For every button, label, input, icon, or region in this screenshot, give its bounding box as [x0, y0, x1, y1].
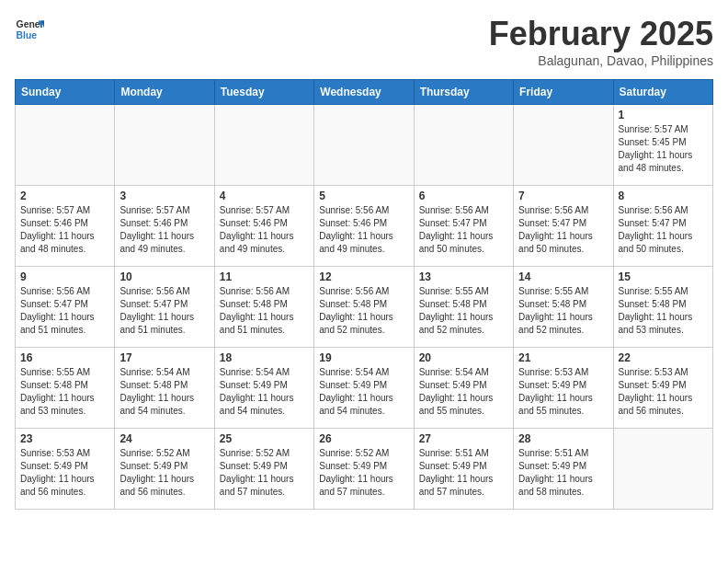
weekday-header-cell: Sunday [16, 80, 115, 105]
calendar-day-cell: 8Sunrise: 5:56 AM Sunset: 5:47 PM Daylig… [613, 186, 712, 267]
calendar-day-cell [613, 429, 712, 510]
day-info: Sunrise: 5:56 AM Sunset: 5:47 PM Dayligh… [20, 285, 109, 337]
day-number: 25 [220, 432, 309, 445]
calendar-day-cell [414, 105, 513, 186]
day-number: 26 [319, 432, 408, 445]
day-info: Sunrise: 5:55 AM Sunset: 5:48 PM Dayligh… [20, 366, 109, 418]
calendar-day-cell: 28Sunrise: 5:51 AM Sunset: 5:49 PM Dayli… [514, 429, 613, 510]
calendar-day-cell: 4Sunrise: 5:57 AM Sunset: 5:46 PM Daylig… [214, 186, 313, 267]
day-info: Sunrise: 5:52 AM Sunset: 5:49 PM Dayligh… [319, 447, 408, 499]
day-number: 19 [319, 351, 408, 364]
calendar-day-cell: 14Sunrise: 5:55 AM Sunset: 5:48 PM Dayli… [514, 267, 613, 348]
calendar-day-cell: 11Sunrise: 5:56 AM Sunset: 5:48 PM Dayli… [214, 267, 313, 348]
day-info: Sunrise: 5:54 AM Sunset: 5:48 PM Dayligh… [119, 366, 209, 418]
day-info: Sunrise: 5:55 AM Sunset: 5:48 PM Dayligh… [619, 285, 708, 337]
day-number: 20 [419, 351, 508, 364]
day-info: Sunrise: 5:51 AM Sunset: 5:49 PM Dayligh… [518, 447, 608, 499]
day-info: Sunrise: 5:54 AM Sunset: 5:49 PM Dayligh… [319, 366, 408, 418]
calendar-day-cell: 16Sunrise: 5:55 AM Sunset: 5:48 PM Dayli… [16, 348, 115, 429]
weekday-header-cell: Tuesday [214, 80, 313, 105]
day-info: Sunrise: 5:54 AM Sunset: 5:49 PM Dayligh… [220, 366, 309, 418]
day-number: 3 [119, 190, 209, 202]
calendar-day-cell: 3Sunrise: 5:57 AM Sunset: 5:46 PM Daylig… [115, 186, 214, 267]
day-info: Sunrise: 5:56 AM Sunset: 5:47 PM Dayligh… [619, 204, 708, 256]
day-info: Sunrise: 5:52 AM Sunset: 5:49 PM Dayligh… [119, 447, 209, 499]
day-number: 14 [518, 270, 608, 283]
day-info: Sunrise: 5:55 AM Sunset: 5:48 PM Dayligh… [518, 285, 608, 337]
day-number: 28 [518, 432, 608, 445]
day-number: 27 [419, 432, 508, 445]
day-info: Sunrise: 5:57 AM Sunset: 5:46 PM Dayligh… [20, 204, 109, 256]
day-info: Sunrise: 5:52 AM Sunset: 5:49 PM Dayligh… [220, 447, 309, 499]
day-info: Sunrise: 5:53 AM Sunset: 5:49 PM Dayligh… [518, 366, 608, 418]
logo-icon: General Blue [15, 15, 44, 44]
calendar-day-cell: 25Sunrise: 5:52 AM Sunset: 5:49 PM Dayli… [214, 429, 313, 510]
calendar-day-cell: 6Sunrise: 5:56 AM Sunset: 5:47 PM Daylig… [414, 186, 513, 267]
calendar-week-row: 23Sunrise: 5:53 AM Sunset: 5:49 PM Dayli… [16, 429, 713, 510]
weekday-header-cell: Saturday [613, 80, 712, 105]
weekday-header-row: SundayMondayTuesdayWednesdayThursdayFrid… [16, 80, 713, 105]
day-number: 21 [518, 351, 608, 364]
weekday-header-cell: Monday [115, 80, 214, 105]
calendar-day-cell: 20Sunrise: 5:54 AM Sunset: 5:49 PM Dayli… [414, 348, 513, 429]
page-header: General Blue February 2025 Balagunan, Da… [15, 15, 713, 68]
calendar-day-cell [514, 105, 613, 186]
day-info: Sunrise: 5:57 AM Sunset: 5:46 PM Dayligh… [119, 204, 209, 256]
day-info: Sunrise: 5:53 AM Sunset: 5:49 PM Dayligh… [20, 447, 109, 499]
calendar-day-cell: 1Sunrise: 5:57 AM Sunset: 5:45 PM Daylig… [613, 105, 712, 186]
calendar-day-cell [314, 105, 414, 186]
day-number: 10 [119, 270, 209, 283]
weekday-header-cell: Thursday [414, 80, 513, 105]
calendar-week-row: 16Sunrise: 5:55 AM Sunset: 5:48 PM Dayli… [16, 348, 713, 429]
calendar-body: 1Sunrise: 5:57 AM Sunset: 5:45 PM Daylig… [16, 105, 713, 510]
calendar-day-cell: 22Sunrise: 5:53 AM Sunset: 5:49 PM Dayli… [613, 348, 712, 429]
calendar-day-cell: 18Sunrise: 5:54 AM Sunset: 5:49 PM Dayli… [214, 348, 313, 429]
logo: General Blue [15, 15, 44, 44]
calendar-week-row: 9Sunrise: 5:56 AM Sunset: 5:47 PM Daylig… [16, 267, 713, 348]
day-number: 11 [220, 270, 309, 283]
calendar-day-cell: 12Sunrise: 5:56 AM Sunset: 5:48 PM Dayli… [314, 267, 414, 348]
calendar-table: SundayMondayTuesdayWednesdayThursdayFrid… [15, 79, 713, 510]
calendar-day-cell: 5Sunrise: 5:56 AM Sunset: 5:46 PM Daylig… [314, 186, 414, 267]
svg-text:Blue: Blue [17, 30, 38, 40]
day-info: Sunrise: 5:53 AM Sunset: 5:49 PM Dayligh… [619, 366, 708, 418]
calendar-day-cell [115, 105, 214, 186]
day-info: Sunrise: 5:56 AM Sunset: 5:47 PM Dayligh… [119, 285, 209, 337]
day-number: 5 [319, 190, 408, 202]
calendar-day-cell: 26Sunrise: 5:52 AM Sunset: 5:49 PM Dayli… [314, 429, 414, 510]
month-year-title: February 2025 [489, 15, 713, 53]
day-number: 2 [20, 190, 109, 202]
day-number: 4 [220, 190, 309, 202]
day-info: Sunrise: 5:56 AM Sunset: 5:46 PM Dayligh… [319, 204, 408, 256]
day-number: 7 [518, 190, 608, 202]
day-number: 16 [20, 351, 109, 364]
calendar-day-cell: 2Sunrise: 5:57 AM Sunset: 5:46 PM Daylig… [16, 186, 115, 267]
day-number: 6 [419, 190, 508, 202]
day-info: Sunrise: 5:56 AM Sunset: 5:47 PM Dayligh… [518, 204, 608, 256]
calendar-day-cell: 19Sunrise: 5:54 AM Sunset: 5:49 PM Dayli… [314, 348, 414, 429]
day-number: 15 [619, 270, 708, 283]
day-number: 8 [619, 190, 708, 202]
day-number: 24 [119, 432, 209, 445]
day-number: 17 [119, 351, 209, 364]
calendar-day-cell: 21Sunrise: 5:53 AM Sunset: 5:49 PM Dayli… [514, 348, 613, 429]
day-info: Sunrise: 5:57 AM Sunset: 5:45 PM Dayligh… [619, 123, 708, 175]
day-info: Sunrise: 5:56 AM Sunset: 5:48 PM Dayligh… [220, 285, 309, 337]
location-title: Balagunan, Davao, Philippines [489, 53, 713, 68]
title-block: February 2025 Balagunan, Davao, Philippi… [489, 15, 713, 68]
calendar-day-cell: 27Sunrise: 5:51 AM Sunset: 5:49 PM Dayli… [414, 429, 513, 510]
day-number: 12 [319, 270, 408, 283]
calendar-day-cell: 15Sunrise: 5:55 AM Sunset: 5:48 PM Dayli… [613, 267, 712, 348]
calendar-day-cell: 17Sunrise: 5:54 AM Sunset: 5:48 PM Dayli… [115, 348, 214, 429]
day-info: Sunrise: 5:57 AM Sunset: 5:46 PM Dayligh… [220, 204, 309, 256]
calendar-day-cell: 24Sunrise: 5:52 AM Sunset: 5:49 PM Dayli… [115, 429, 214, 510]
weekday-header-cell: Friday [514, 80, 613, 105]
day-info: Sunrise: 5:56 AM Sunset: 5:47 PM Dayligh… [419, 204, 508, 256]
day-number: 22 [619, 351, 708, 364]
calendar-week-row: 1Sunrise: 5:57 AM Sunset: 5:45 PM Daylig… [16, 105, 713, 186]
weekday-header-cell: Wednesday [314, 80, 414, 105]
calendar-day-cell: 10Sunrise: 5:56 AM Sunset: 5:47 PM Dayli… [115, 267, 214, 348]
day-info: Sunrise: 5:56 AM Sunset: 5:48 PM Dayligh… [319, 285, 408, 337]
day-number: 13 [419, 270, 508, 283]
day-info: Sunrise: 5:51 AM Sunset: 5:49 PM Dayligh… [419, 447, 508, 499]
